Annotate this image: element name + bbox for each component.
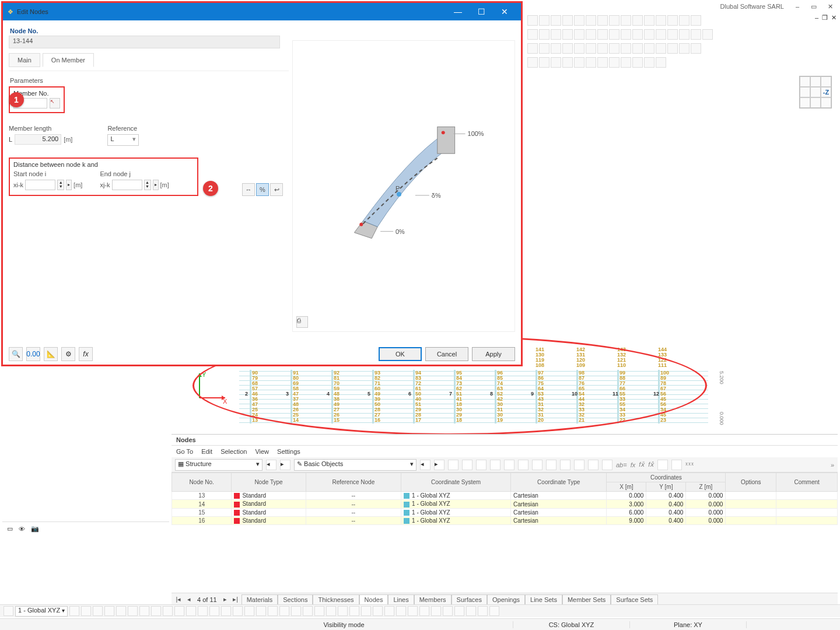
reference-select[interactable]: L ▾ bbox=[107, 134, 139, 146]
member-length-sym: L bbox=[9, 136, 12, 143]
toolbar-row-2 bbox=[525, 28, 840, 41]
navigation-cube[interactable]: -Z bbox=[799, 76, 832, 108]
ts-first[interactable]: |◂ bbox=[174, 596, 183, 603]
footer-settings-button[interactable]: ⚙ bbox=[61, 347, 75, 361]
svg-point-9 bbox=[359, 223, 363, 226]
app-restore-button[interactable]: ▭ bbox=[806, 1, 821, 12]
th-ref-node[interactable]: Reference Node bbox=[306, 473, 401, 492]
apply-button[interactable]: Apply bbox=[472, 347, 515, 361]
xjk-input[interactable] bbox=[112, 180, 142, 190]
xik-input[interactable] bbox=[25, 180, 55, 190]
toolbar-row-3 bbox=[525, 42, 840, 55]
footer-fx-button[interactable]: fx bbox=[79, 347, 93, 361]
cs-select[interactable]: 1 - Global XYZ ▾ bbox=[15, 606, 68, 617]
side-tab-camera-icon[interactable]: 📷 bbox=[31, 525, 39, 533]
svg-text:100%: 100% bbox=[468, 130, 484, 137]
th-node-no[interactable]: Node No. bbox=[172, 473, 232, 492]
table-tab[interactable]: Openings bbox=[487, 594, 525, 605]
table-tab[interactable]: Thicknesses bbox=[313, 594, 359, 605]
table-tab[interactable]: Member Sets bbox=[562, 594, 611, 605]
side-tab-1[interactable]: ▭ bbox=[7, 525, 13, 533]
basic-objects-select[interactable]: ✎ Basic Objects▾ bbox=[294, 459, 416, 471]
table-tab[interactable]: Members bbox=[414, 594, 452, 605]
toolbar-row-4 bbox=[525, 56, 840, 69]
dialog-close-button[interactable]: ✕ bbox=[493, 7, 516, 16]
svg-text:0%: 0% bbox=[396, 228, 405, 235]
reference-label: Reference bbox=[107, 125, 139, 132]
node-no-field[interactable]: 13-144 bbox=[9, 36, 280, 48]
th-coord-sys[interactable]: Coordinate System bbox=[401, 473, 511, 492]
tb-prev[interactable]: ◂ bbox=[266, 460, 276, 470]
th-comment[interactable]: Comment bbox=[776, 473, 838, 492]
footer-help-button[interactable]: 🔍 bbox=[9, 347, 23, 361]
xjk-menu[interactable]: ▸ bbox=[153, 180, 159, 190]
app-minimize-button[interactable]: – bbox=[790, 1, 805, 12]
table-tab[interactable]: Sections bbox=[278, 594, 313, 605]
table-row[interactable]: 14Standard--1 - Global XYZCartesian3.000… bbox=[172, 500, 838, 508]
table-tab[interactable]: Surfaces bbox=[452, 594, 487, 605]
dialog-minimize-button[interactable]: — bbox=[446, 7, 470, 16]
distance-label: Distance between node k and bbox=[13, 161, 194, 168]
cancel-button[interactable]: Cancel bbox=[425, 347, 468, 361]
footer-pick-button[interactable]: 📐 bbox=[44, 347, 58, 361]
dialog-titlebar[interactable]: ❖ Edit Nodes — ☐ ✕ bbox=[3, 3, 521, 20]
th-z[interactable]: Z [m] bbox=[686, 482, 726, 492]
structure-select[interactable]: ▦ Structure▾ bbox=[175, 459, 262, 471]
table-tab[interactable]: Lines bbox=[388, 594, 414, 605]
mode-undo-button[interactable]: ↩ bbox=[270, 183, 283, 196]
ok-button[interactable]: OK bbox=[379, 347, 422, 361]
navcube-face-z[interactable]: -Z bbox=[821, 87, 831, 97]
dim-top: 5.200 bbox=[719, 371, 724, 384]
preview-pane: P 100% δ% 0% ⎙ bbox=[292, 40, 515, 332]
th-node-type[interactable]: Node Type bbox=[232, 473, 306, 492]
dialog-maximize-button[interactable]: ☐ bbox=[470, 7, 493, 16]
th-x[interactable]: X [m] bbox=[607, 482, 646, 492]
ts-last[interactable]: ▸| bbox=[231, 596, 240, 603]
member-pick-button[interactable]: ↖ bbox=[50, 98, 60, 108]
ts-next[interactable]: ▸ bbox=[220, 596, 230, 603]
table-tab[interactable]: Surface Sets bbox=[611, 594, 658, 605]
mode-percent-button[interactable]: % bbox=[256, 183, 269, 196]
th-coord-type[interactable]: Coordinate Type bbox=[511, 473, 607, 492]
menu-selection[interactable]: Selection bbox=[220, 448, 247, 455]
ts-prev[interactable]: ◂ bbox=[184, 596, 194, 603]
side-tab-eye-icon[interactable]: 👁 bbox=[19, 526, 25, 533]
xjk-sym: xj-k bbox=[100, 181, 110, 188]
table-row[interactable]: 16Standard--1 - Global XYZCartesian9.000… bbox=[172, 517, 838, 525]
table-tab[interactable]: Line Sets bbox=[525, 594, 562, 605]
status-plane: Plane: XY bbox=[630, 621, 747, 628]
menu-goto[interactable]: Go To bbox=[176, 448, 193, 455]
member-length-label: Member length bbox=[9, 125, 72, 132]
tab-on-member[interactable]: On Member bbox=[43, 53, 94, 67]
table-row[interactable]: 15Standard--1 - Global XYZCartesian6.000… bbox=[172, 508, 838, 516]
nodes-menubar: Go To Edit Selection View Settings bbox=[172, 446, 838, 457]
nodes-table[interactable]: Node No. Node Type Reference Node Coordi… bbox=[172, 473, 838, 525]
menu-view[interactable]: View bbox=[255, 448, 269, 455]
th-options[interactable]: Options bbox=[726, 473, 776, 492]
toolbar-row-1 bbox=[525, 14, 840, 27]
parameters-label: Parameters bbox=[10, 77, 289, 84]
status-visibility: Visibility mode bbox=[175, 621, 513, 628]
toolbar-icon[interactable] bbox=[527, 15, 538, 26]
table-tab[interactable]: Nodes bbox=[359, 594, 388, 605]
th-coords[interactable]: Coordinates bbox=[607, 473, 726, 482]
side-view-tabs: ▭ 👁 📷 bbox=[2, 522, 169, 536]
dim-bot: 0.000 bbox=[719, 412, 724, 425]
menu-settings[interactable]: Settings bbox=[277, 448, 300, 455]
preview-tool-button[interactable]: ⎙ bbox=[296, 316, 308, 328]
th-y[interactable]: Y [m] bbox=[646, 482, 686, 492]
xik-spinner[interactable]: ▲▼ bbox=[57, 180, 64, 190]
xjk-spinner[interactable]: ▲▼ bbox=[144, 180, 151, 190]
distance-group: Distance between node k and Start node i… bbox=[9, 158, 198, 196]
menu-edit[interactable]: Edit bbox=[201, 448, 212, 455]
tab-main[interactable]: Main bbox=[9, 53, 40, 67]
table-tab[interactable]: Materials bbox=[242, 594, 278, 605]
footer-units-button[interactable]: 0.00 bbox=[26, 347, 40, 361]
table-row[interactable]: 13Standard--1 - Global XYZCartesian0.000… bbox=[172, 492, 838, 500]
tb-next[interactable]: ▸ bbox=[280, 460, 290, 470]
svg-point-10 bbox=[442, 131, 445, 134]
end-node-label: End node j bbox=[100, 170, 169, 177]
app-close-button[interactable]: ✕ bbox=[822, 1, 838, 12]
mode-length-button[interactable]: ↔ bbox=[242, 183, 255, 196]
xik-menu[interactable]: ▸ bbox=[66, 180, 72, 190]
